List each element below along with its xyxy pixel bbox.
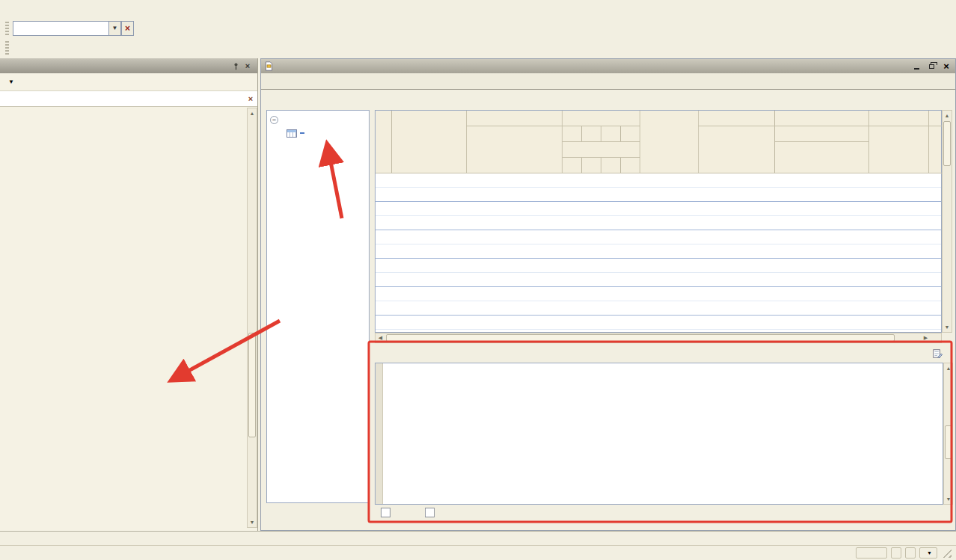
query-constructor-icon: [932, 348, 943, 359]
configuration-panel-titlebar: ×: [0, 58, 257, 73]
scroll-up-icon[interactable]: ▲: [943, 111, 952, 120]
secondary-toolbar: [0, 38, 956, 58]
col-mini[interactable]: [601, 126, 621, 142]
schema-doc-icon: [264, 61, 274, 71]
query-options: [375, 508, 435, 517]
dataset-item-label: [300, 132, 304, 134]
scroll-up-icon[interactable]: ▲: [248, 108, 257, 118]
col-role[interactable]: [640, 111, 699, 173]
status-bar: ▼: [0, 545, 956, 560]
configurator-window: ▼ × × ▼ × ▲: [0, 0, 956, 560]
dataset-table-icon: [287, 129, 297, 138]
combo-clear-icon[interactable]: ×: [121, 21, 134, 36]
resize-grip[interactable]: [942, 548, 952, 558]
datasets-root-item[interactable]: −: [267, 113, 369, 126]
configuration-panel: × ▼ × ▲ ▼: [0, 58, 258, 531]
tree-scrollbar[interactable]: ▲ ▼: [247, 108, 257, 528]
datasets-root-label: [282, 119, 287, 120]
clear-search-icon[interactable]: ×: [244, 94, 257, 103]
col-hierarchy[interactable]: [775, 111, 869, 126]
toolbar-grip[interactable]: [5, 41, 9, 55]
query-text-editor[interactable]: [375, 363, 943, 505]
search-combo: ▼ ×: [13, 21, 134, 36]
scroll-down-icon[interactable]: ▼: [944, 494, 953, 504]
col-mini[interactable]: [582, 126, 601, 142]
dataset-item[interactable]: [267, 126, 369, 140]
query-constructor-link[interactable]: [932, 348, 945, 359]
scroll-left-icon[interactable]: ◀: [376, 333, 385, 342]
toolbar-grip[interactable]: [5, 22, 9, 35]
col-value-type-sub[interactable]: [869, 126, 929, 173]
col-field-restriction[interactable]: [563, 111, 640, 126]
pin-icon[interactable]: [230, 61, 242, 71]
col-path[interactable]: [467, 111, 563, 126]
chevron-down-icon: ▼: [8, 79, 14, 85]
col-mini[interactable]: [621, 158, 640, 173]
scroll-down-icon[interactable]: ▼: [943, 322, 952, 332]
combo-dropdown-icon[interactable]: ▼: [108, 21, 121, 36]
scroll-up-icon[interactable]: ▲: [944, 363, 953, 373]
col-last[interactable]: [929, 111, 943, 126]
col-mini[interactable]: [563, 126, 582, 142]
scroll-down-icon[interactable]: ▼: [248, 517, 257, 527]
restore-icon[interactable]: [925, 61, 937, 72]
configuration-actions-bar: ▼: [0, 73, 257, 91]
col-mini[interactable]: [582, 158, 601, 173]
status-empty-box: [856, 547, 887, 559]
close-icon[interactable]: ×: [242, 61, 254, 71]
metadata-tree: [0, 108, 246, 528]
dcs-window-titlebar[interactable]: ×: [261, 59, 955, 73]
col-value-type[interactable]: [869, 111, 929, 126]
col-mini[interactable]: [621, 126, 640, 142]
editor-gutter: [376, 363, 383, 504]
fields-table-header: [376, 111, 941, 173]
col-expression[interactable]: [699, 111, 775, 126]
minimize-icon[interactable]: [910, 61, 922, 72]
query-scrollbar[interactable]: ▲ ▼: [943, 363, 953, 505]
col-attr-restriction[interactable]: [563, 142, 640, 158]
dcs-tab-strip: [261, 73, 955, 90]
configuration-search-bar: ×: [0, 91, 257, 107]
language-selector[interactable]: ▼: [919, 547, 937, 559]
fields-vertical-scrollbar[interactable]: ▲ ▼: [942, 110, 952, 333]
dcs-editor-window: × −: [260, 58, 956, 531]
col-last-sub[interactable]: [929, 126, 943, 173]
col-expression-sub[interactable]: [699, 126, 775, 173]
fields-horizontal-scrollbar[interactable]: ◀ ▶: [375, 333, 942, 343]
caps-indicator: [891, 547, 901, 559]
num-indicator: [905, 547, 916, 559]
fields-table: [375, 110, 942, 333]
collapse-icon[interactable]: −: [270, 116, 278, 124]
chevron-down-icon: ▼: [927, 550, 932, 556]
use-grouping-checkbox[interactable]: [425, 508, 435, 517]
standard-toolbar: ▼ ×: [0, 18, 956, 38]
menu-bar: [0, 0, 956, 18]
fields-table-body: [376, 173, 941, 332]
tree-search-input[interactable]: [0, 92, 244, 106]
actions-menu-button[interactable]: ▼: [3, 77, 17, 87]
col-hierarchy-parameter[interactable]: [775, 142, 869, 173]
datasets-panel: −: [266, 110, 370, 503]
col-hierarchy-dataset[interactable]: [775, 126, 869, 142]
search-input[interactable]: [13, 21, 108, 36]
col-mini[interactable]: [563, 158, 582, 173]
scroll-right-icon[interactable]: ▶: [921, 333, 931, 342]
col-mini[interactable]: [601, 158, 621, 173]
close-window-icon[interactable]: ×: [940, 61, 952, 72]
col-field[interactable]: [392, 111, 467, 173]
autofill-checkbox[interactable]: [381, 508, 390, 517]
window-taskbar: [0, 531, 956, 545]
col-autotitle[interactable]: [467, 126, 563, 173]
